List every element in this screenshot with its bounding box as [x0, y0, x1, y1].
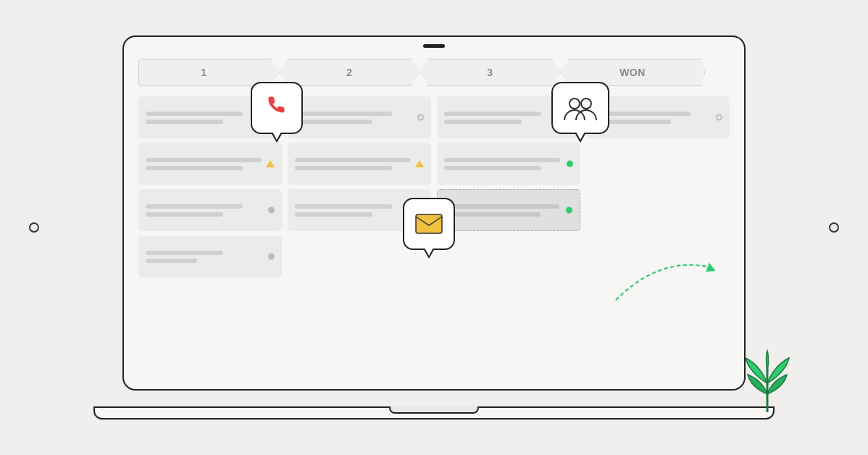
deal-line [444, 120, 522, 124]
deal-line [445, 212, 541, 217]
deal-line [444, 112, 541, 116]
scene: 1 2 3 WON [0, 0, 868, 455]
status-dot-green [567, 161, 573, 167]
left-decoration-circle [29, 222, 39, 233]
plant-svg [735, 347, 800, 412]
people-icon [562, 94, 599, 122]
pipeline-columns [138, 96, 730, 357]
deal-card [288, 96, 431, 138]
deal-line [146, 166, 243, 170]
plant-decoration [735, 347, 800, 412]
deal-line [295, 212, 372, 217]
laptop-base [93, 406, 775, 419]
deal-line [146, 158, 262, 162]
svg-point-1 [569, 99, 580, 109]
status-triangle [415, 160, 424, 167]
deal-card [437, 143, 580, 185]
right-decoration-circle [829, 222, 839, 233]
pipeline-column-1 [138, 96, 282, 357]
deal-line [295, 112, 392, 116]
deal-line [295, 204, 392, 209]
deal-line [295, 120, 372, 124]
email-popup-bubble [403, 198, 455, 250]
svg-rect-0 [416, 214, 442, 233]
status-dot-outline [417, 114, 424, 121]
svg-point-2 [581, 99, 591, 109]
laptop-illustration: 1 2 3 WON [122, 36, 746, 419]
deal-line [295, 158, 411, 162]
deal-line [146, 259, 197, 263]
status-triangle [266, 160, 275, 167]
pipeline-column-3 [437, 96, 580, 357]
email-icon [415, 214, 443, 234]
deal-card [138, 235, 282, 277]
phone-icon [264, 93, 289, 123]
stage-3: 3 [420, 59, 561, 86]
deal-card [138, 189, 282, 231]
status-dot-gray [268, 254, 275, 260]
pipeline-column-won [586, 96, 730, 357]
deal-card [288, 143, 431, 185]
screen-content: 1 2 3 WON [138, 59, 730, 375]
status-dot-green [566, 207, 572, 214]
status-dot-gray [268, 207, 275, 214]
stage-won-label: WON [619, 67, 646, 78]
deal-card-highlighted [437, 189, 580, 231]
deal-line [444, 166, 541, 170]
stage-3-label: 3 [487, 67, 493, 78]
svg-marker-3 [706, 263, 715, 272]
status-dot-outline [716, 114, 722, 121]
deal-line [146, 112, 243, 116]
stage-2: 2 [279, 59, 420, 86]
deal-line [146, 212, 223, 217]
deal-line [146, 120, 223, 124]
progress-arrow [602, 249, 733, 306]
deal-line [295, 166, 392, 170]
deal-line [146, 251, 223, 255]
deal-line [445, 204, 559, 209]
phone-popup-bubble [251, 82, 303, 134]
laptop-screen: 1 2 3 WON [122, 36, 746, 391]
stage-1-label: 1 [201, 67, 206, 78]
deal-card [138, 143, 282, 185]
people-popup-bubble [551, 82, 609, 134]
laptop-notch [423, 44, 445, 48]
deal-line [444, 158, 560, 162]
stage-2-label: 2 [346, 67, 352, 78]
deal-line [146, 204, 243, 209]
pipeline-stages: 1 2 3 WON [138, 59, 730, 86]
